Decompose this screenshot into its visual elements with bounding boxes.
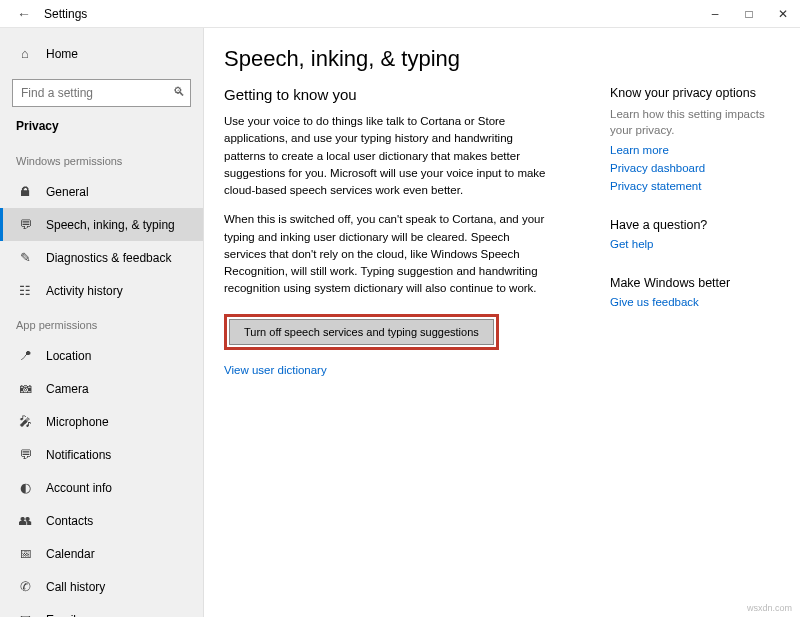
home-nav[interactable]: ⌂ Home: [0, 38, 203, 69]
close-button[interactable]: ✕: [766, 0, 800, 28]
window-title: Settings: [44, 7, 87, 21]
microphone-icon: 🎤︎: [16, 414, 34, 429]
sidebar-item-notifications[interactable]: 💬︎ Notifications: [0, 438, 203, 471]
feedback-section: Make Windows better Give us feedback: [610, 276, 780, 308]
maximize-button[interactable]: □: [732, 0, 766, 28]
search-container: 🔍︎: [12, 79, 191, 107]
sidebar-item-label: Notifications: [46, 448, 111, 462]
section-title: Getting to know you: [224, 86, 584, 103]
minimize-button[interactable]: –: [698, 0, 732, 28]
notifications-icon: 💬︎: [16, 447, 34, 462]
get-help-link[interactable]: Get help: [610, 238, 780, 250]
view-user-dictionary-link[interactable]: View user dictionary: [224, 364, 584, 376]
sidebar-item-speech-inking-typing[interactable]: 💬︎ Speech, inking, & typing: [0, 208, 203, 241]
calendar-icon: 📅︎: [16, 546, 34, 561]
privacy-statement-link[interactable]: Privacy statement: [610, 180, 780, 192]
sidebar-item-label: Activity history: [46, 284, 123, 298]
sidebar-item-account-info[interactable]: ◐ Account info: [0, 471, 203, 504]
search-icon: 🔍︎: [173, 85, 185, 99]
description-2: When this is switched off, you can't spe…: [224, 211, 554, 297]
search-input[interactable]: [12, 79, 191, 107]
privacy-dashboard-link[interactable]: Privacy dashboard: [610, 162, 780, 174]
category-heading: Privacy: [0, 119, 203, 143]
content-area: Speech, inking, & typing Getting to know…: [204, 28, 800, 617]
aside-heading: Make Windows better: [610, 276, 780, 290]
sidebar-item-label: Calendar: [46, 547, 95, 561]
sidebar-item-general[interactable]: 🔒︎ General: [0, 175, 203, 208]
sidebar-item-contacts[interactable]: 👥︎ Contacts: [0, 504, 203, 537]
sidebar-item-call-history[interactable]: ✆ Call history: [0, 570, 203, 603]
sidebar-item-location[interactable]: 📍︎ Location: [0, 339, 203, 372]
sidebar-item-label: Diagnostics & feedback: [46, 251, 171, 265]
aside-subtext: Learn how this setting impacts your priv…: [610, 106, 780, 138]
lock-icon: 🔒︎: [16, 184, 34, 199]
camera-icon: 📷︎: [16, 381, 34, 396]
sidebar-item-label: Email: [46, 613, 76, 618]
sidebar-item-label: Call history: [46, 580, 105, 594]
sidebar-item-camera[interactable]: 📷︎ Camera: [0, 372, 203, 405]
privacy-options-section: Know your privacy options Learn how this…: [610, 86, 780, 192]
aside-heading: Have a question?: [610, 218, 780, 232]
back-button[interactable]: ←: [10, 6, 38, 22]
main-column: Speech, inking, & typing Getting to know…: [224, 46, 584, 599]
contacts-icon: 👥︎: [16, 513, 34, 528]
sidebar-item-label: Speech, inking, & typing: [46, 218, 175, 232]
account-icon: ◐: [16, 480, 34, 495]
group-windows-permissions: Windows permissions: [0, 143, 203, 175]
location-icon: 📍︎: [16, 348, 34, 363]
sidebar-item-label: Location: [46, 349, 91, 363]
turn-off-highlight: Turn off speech services and typing sugg…: [224, 314, 499, 350]
group-app-permissions: App permissions: [0, 307, 203, 339]
phone-icon: ✆: [16, 579, 34, 594]
sidebar: ⌂ Home 🔍︎ Privacy Windows permissions 🔒︎…: [0, 28, 204, 617]
sidebar-item-calendar[interactable]: 📅︎ Calendar: [0, 537, 203, 570]
window-controls: – □ ✕: [698, 0, 800, 28]
email-icon: ✉︎: [16, 612, 34, 617]
sidebar-item-label: Contacts: [46, 514, 93, 528]
titlebar: ← Settings – □ ✕: [0, 0, 800, 28]
sidebar-item-label: General: [46, 185, 89, 199]
home-icon: ⌂: [16, 46, 34, 61]
home-label: Home: [46, 47, 78, 61]
watermark: wsxdn.com: [747, 603, 792, 613]
give-feedback-link[interactable]: Give us feedback: [610, 296, 780, 308]
sidebar-item-diagnostics-feedback[interactable]: ✎ Diagnostics & feedback: [0, 241, 203, 274]
speech-icon: 💬︎: [16, 217, 34, 232]
history-icon: ☷: [16, 283, 34, 298]
feedback-icon: ✎: [16, 250, 34, 265]
sidebar-item-activity-history[interactable]: ☷ Activity history: [0, 274, 203, 307]
sidebar-item-label: Account info: [46, 481, 112, 495]
question-section: Have a question? Get help: [610, 218, 780, 250]
page-title: Speech, inking, & typing: [224, 46, 584, 72]
sidebar-item-label: Microphone: [46, 415, 109, 429]
sidebar-item-label: Camera: [46, 382, 89, 396]
sidebar-item-email[interactable]: ✉︎ Email: [0, 603, 203, 617]
turn-off-button[interactable]: Turn off speech services and typing sugg…: [229, 319, 494, 345]
learn-more-link[interactable]: Learn more: [610, 144, 780, 156]
description-1: Use your voice to do things like talk to…: [224, 113, 554, 199]
aside-column: Know your privacy options Learn how this…: [610, 46, 780, 599]
sidebar-item-microphone[interactable]: 🎤︎ Microphone: [0, 405, 203, 438]
aside-heading: Know your privacy options: [610, 86, 780, 100]
